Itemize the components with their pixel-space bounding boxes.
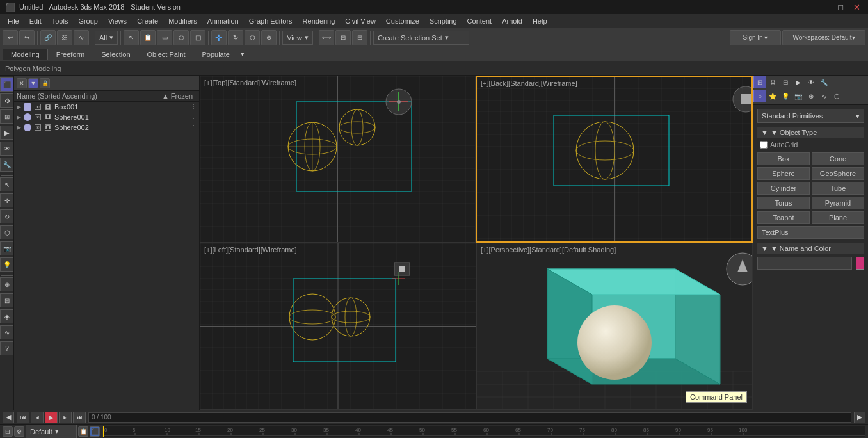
cone-button[interactable]: Cone [812,152,864,165]
prev-keyframe-button[interactable]: ◄ [31,412,44,423]
geosphere-button[interactable]: GeoSphere [812,167,864,180]
menu-arnold[interactable]: Arnold [497,16,527,26]
layer-dropdown[interactable]: Default ▾ [26,425,77,439]
more-options-button[interactable]: ▾ [241,50,245,58]
play-button[interactable]: ▶ [45,412,58,423]
snap-icon[interactable]: ⊕ [0,277,14,291]
help-left-icon[interactable]: ? [0,341,14,355]
visibility-eye-icon-2[interactable]: 👁 [35,114,41,120]
visibility-eye-icon[interactable]: 👁 [35,104,41,110]
select-object-button[interactable]: ↖ [124,30,139,45]
object-name-input[interactable] [757,257,852,270]
cameras-subtab[interactable]: 📷 [792,90,805,102]
create-tab-icon[interactable]: ⬛ [0,77,14,92]
scene-lock-button[interactable]: 🔒 [40,78,50,88]
plane-button[interactable]: Plane [812,211,864,224]
viewport-back[interactable]: [+][Back][Standard][Wireframe] [476,76,753,243]
camera-icon[interactable]: 📷 [0,241,14,256]
select-by-name-button[interactable]: 📋 [140,30,156,45]
utilities-tab-icon[interactable]: 🔧 [0,158,14,172]
window-crossing-button[interactable]: ◫ [190,30,205,45]
redo-button[interactable]: ↪ [19,30,35,45]
next-keyframe-button[interactable]: ► [59,412,72,423]
material-icon[interactable]: ◈ [0,309,14,323]
hierarchy-tab[interactable]: ⊟ [779,76,792,88]
spacewarps-subtab[interactable]: ∿ [817,90,830,102]
cylinder-button[interactable]: Cylinder [757,182,810,195]
select-filter-icon[interactable]: ↖ [0,177,14,191]
textplus-button[interactable]: TextPlus [757,226,864,239]
sphere-button[interactable]: Sphere [757,167,810,180]
menu-create[interactable]: Create [132,16,163,26]
display-tab-icon[interactable]: 👁 [0,142,14,156]
sign-in-button[interactable]: Sign In ▾ [730,30,781,45]
tab-selection[interactable]: Selection [93,49,138,60]
menu-help[interactable]: Help [527,16,552,26]
light-icon[interactable]: 💡 [0,257,14,272]
selection-set-dropdown[interactable]: Create Selection Set ▾ [373,31,469,45]
viewport-left[interactable]: [+][Left][Standard][Wireframe] [200,243,476,410]
undo-button[interactable]: ↩ [3,30,18,45]
layers-button[interactable]: ⊟ [3,426,13,437]
menu-content[interactable]: Content [462,16,497,26]
modify-tab[interactable]: ⚙ [766,76,779,88]
tab-populate[interactable]: Populate [193,49,237,60]
utilities-tab[interactable]: 🔧 [817,76,830,88]
rotate-icon[interactable]: ↻ [0,209,14,223]
torus-button[interactable]: Torus [757,197,810,209]
next-frame-button[interactable]: ▶ [854,412,865,423]
visibility-eye-icon-3[interactable]: 👁 [35,124,41,131]
pyramid-button[interactable]: Pyramid [812,197,864,209]
layer-settings-button[interactable]: ⚙ [14,426,24,437]
primitives-dropdown[interactable]: Standard Primitives ▾ [757,109,864,123]
render-icon-3[interactable]: 🎞 [45,124,51,131]
menu-views[interactable]: Views [103,16,132,26]
motion-tab[interactable]: ▶ [792,76,805,88]
teapot-button[interactable]: Teapot [757,211,810,224]
menu-graph-editors[interactable]: Graph Editors [244,16,298,26]
menu-civil-view[interactable]: Civil View [340,16,380,26]
render-icon[interactable]: 🎞 [45,104,51,110]
select-rotate-button[interactable]: ↻ [228,30,243,45]
viewport-perspective[interactable]: [+][Perspective][Standard][Default Shadi… [476,243,753,410]
prev-frame-button[interactable]: ◀ [3,412,14,423]
align-left-icon[interactable]: ⊟ [0,293,14,307]
align-button[interactable]: ⊟ [335,30,351,45]
goto-start-button[interactable]: ⏮ [17,412,29,423]
left-viewport-label[interactable]: [+][Left][Standard][Wireframe] [204,246,297,254]
goto-end-button[interactable]: ⏭ [73,412,86,423]
minimize-button[interactable]: — [817,3,830,12]
name-color-section[interactable]: ▼ ▼ Name and Color [757,243,864,254]
menu-edit[interactable]: Edit [24,16,47,26]
hierarchy-tab-icon[interactable]: ⊞ [0,110,14,124]
scene-item-sphere002[interactable]: ▶ 👁 🎞 Sphere002 ⋮ [14,122,199,133]
selection-filter-dropdown[interactable]: All ▾ [95,31,118,45]
fence-select-button[interactable]: ⬠ [173,30,189,45]
scene-filter-button[interactable]: ▼ [28,78,38,88]
tab-object-paint[interactable]: Object Paint [139,49,194,60]
back-viewport-label[interactable]: [+][Back][Standard][Wireframe] [481,79,577,87]
menu-customize[interactable]: Customize [381,16,424,26]
close-button[interactable]: ✕ [851,3,863,12]
perspective-viewport-label[interactable]: [+][Perspective][Standard][Default Shadi… [481,246,616,254]
menu-animation[interactable]: Animation [202,16,244,26]
tab-modeling[interactable]: Modeling [3,49,48,60]
motion-tab-icon[interactable]: ▶ [0,126,14,140]
shapes-subtab[interactable]: ⭐ [766,90,779,102]
select-move-button[interactable]: ✛ [211,30,227,45]
scene-new-button[interactable]: ✕ [17,78,27,88]
lights-subtab[interactable]: 💡 [779,90,792,102]
geometry-subtab[interactable]: ○ [753,90,766,102]
color-swatch[interactable] [856,257,864,270]
scale-icon[interactable]: ⬡ [0,225,14,239]
helpers-subtab[interactable]: ⊕ [805,90,817,102]
menu-scripting[interactable]: Scripting [424,16,462,26]
box-button[interactable]: Box [757,152,810,165]
window-controls[interactable]: — □ ✕ [817,3,863,12]
mirror-button[interactable]: ⟺ [319,30,334,45]
workspaces-dropdown[interactable]: Workspaces: Default ▾ [782,30,865,45]
menu-rendering[interactable]: Rendering [298,16,341,26]
layer-color-button[interactable]: ⬛ [90,426,100,437]
use-pivot-button[interactable]: ⊕ [261,30,277,45]
scene-item-menu-icon-3[interactable]: ⋮ [191,124,197,131]
